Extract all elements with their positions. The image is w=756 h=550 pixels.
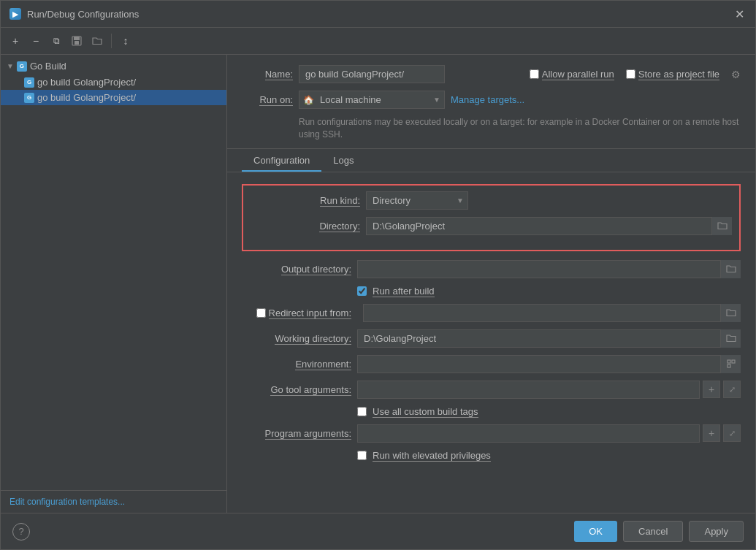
redirect-input-label[interactable]: Redirect input from:	[269, 308, 351, 318]
program-args-expand-button[interactable]: ⤢	[723, 424, 741, 442]
custom-build-tags-row: Use all custom build tags	[242, 406, 741, 417]
main-panel: Name: Allow parallel run Store as projec…	[227, 55, 755, 513]
redirect-input-field[interactable]	[363, 304, 741, 322]
run-kind-select-wrapper: File Package Directory ▼	[366, 191, 468, 210]
custom-build-tags-label[interactable]: Use all custom build tags	[373, 406, 478, 417]
home-icon: 🏠	[303, 95, 314, 105]
ok-button[interactable]: OK	[574, 521, 617, 542]
custom-build-tags-checkbox[interactable]	[357, 407, 367, 416]
sidebar-item-label-2: go build GolangProject/	[37, 92, 136, 103]
go-tool-args-row: Go tool arguments: + ⤢	[242, 381, 741, 399]
config-body: Run kind: File Package Directory ▼	[227, 172, 755, 513]
apply-button[interactable]: Apply	[689, 521, 744, 542]
dialog-footer: ? OK Cancel Apply	[1, 513, 755, 549]
chevron-down-icon: ▼	[7, 62, 14, 70]
manage-targets-link[interactable]: Manage targets...	[451, 94, 524, 105]
footer-right: OK Cancel Apply	[574, 521, 744, 542]
run-after-build-checkbox[interactable]	[357, 286, 367, 296]
output-dir-browse-button[interactable]	[720, 260, 741, 278]
working-dir-browse-button[interactable]	[720, 329, 741, 348]
svg-rect-5	[728, 364, 730, 367]
tabs-area: Configuration Logs	[227, 149, 755, 172]
run-on-select-wrapper: 🏠 Local machine ▼	[299, 91, 445, 109]
program-args-input[interactable]	[357, 424, 700, 443]
help-button[interactable]: ?	[12, 523, 30, 541]
sidebar-item-1[interactable]: G go build GolangProject/	[1, 75, 226, 90]
run-elevated-checkbox[interactable]	[357, 451, 367, 460]
allow-parallel-checkbox-label[interactable]: Allow parallel run	[530, 69, 614, 80]
go-tool-args-input-wrapper: + ⤢	[357, 381, 741, 399]
copy-config-button[interactable]: ⧉	[47, 32, 65, 50]
directory-browse-button[interactable]	[711, 217, 732, 235]
title-bar: ▶ Run/Debug Configurations ✕	[1, 1, 755, 28]
svg-rect-4	[732, 360, 735, 363]
save-config-button[interactable]	[68, 32, 85, 50]
output-dir-input[interactable]	[357, 260, 741, 278]
store-as-project-checkbox-label[interactable]: Store as project file	[626, 69, 719, 80]
sidebar-tree: ▼ G Go Build G go build GolangProject/ G…	[1, 55, 226, 490]
directory-row: Directory:	[251, 217, 732, 235]
go-tool-args-expand-button[interactable]: ⤢	[723, 381, 741, 398]
redirect-input-wrapper	[363, 304, 741, 322]
run-kind-label: Run kind:	[251, 195, 360, 206]
run-on-label: Run on:	[242, 94, 293, 105]
run-on-description: Run configurations may be executed local…	[242, 116, 741, 141]
environment-input[interactable]	[357, 355, 741, 373]
svg-rect-3	[728, 360, 730, 363]
sidebar-group-label: Go Build	[30, 61, 66, 72]
store-as-project-checkbox[interactable]	[626, 69, 635, 79]
go-build-child-icon-2: G	[24, 93, 34, 103]
dialog-icon: ▶	[9, 8, 21, 20]
tabs: Configuration Logs	[242, 149, 741, 172]
go-tool-args-input[interactable]	[357, 381, 700, 399]
name-label: Name:	[242, 69, 293, 80]
close-button[interactable]: ✕	[732, 7, 747, 21]
redirect-input-browse-button[interactable]	[720, 304, 741, 322]
allow-parallel-checkbox[interactable]	[530, 69, 539, 79]
form-header: Name: Allow parallel run Store as projec…	[227, 55, 755, 149]
redirect-input-row: Redirect input from:	[242, 304, 741, 322]
run-kind-row: Run kind: File Package Directory ▼	[251, 191, 732, 210]
output-dir-label: Output directory:	[242, 264, 351, 275]
output-dir-row: Output directory:	[242, 260, 741, 278]
sidebar-item-label-1: go build GolangProject/	[37, 77, 136, 88]
environment-edit-button[interactable]	[720, 355, 741, 373]
sidebar-group-go-build[interactable]: ▼ G Go Build	[1, 58, 226, 75]
working-dir-input-wrapper	[357, 329, 741, 348]
tab-logs[interactable]: Logs	[321, 149, 365, 172]
run-elevated-row: Run with elevated privileges	[242, 450, 741, 461]
program-args-add-button[interactable]: +	[703, 424, 720, 442]
run-elevated-label[interactable]: Run with elevated privileges	[373, 450, 491, 461]
toolbar-separator	[111, 34, 112, 48]
run-on-select[interactable]: Local machine	[299, 91, 445, 109]
working-dir-input[interactable]	[357, 329, 741, 348]
sort-button[interactable]: ↕	[117, 32, 134, 50]
go-build-child-icon-1: G	[24, 77, 34, 88]
edit-templates-link[interactable]: Edit configuration templates...	[1, 490, 226, 513]
run-debug-dialog: ▶ Run/Debug Configurations ✕ + − ⧉ ↕ ▼ G…	[0, 0, 756, 550]
run-on-row: Run on: 🏠 Local machine ▼ Manage targets…	[242, 91, 741, 109]
name-input[interactable]	[299, 65, 445, 83]
add-config-button[interactable]: +	[7, 32, 24, 50]
run-after-build-label[interactable]: Run after build	[373, 286, 435, 297]
svg-rect-1	[74, 37, 80, 40]
remove-config-button[interactable]: −	[27, 32, 45, 50]
program-args-input-wrapper: + ⤢	[357, 424, 741, 443]
program-args-row: Program arguments: + ⤢	[242, 424, 741, 443]
sidebar-item-2[interactable]: G go build GolangProject/	[1, 90, 226, 105]
open-folder-button[interactable]	[88, 32, 106, 50]
run-after-build-row: Run after build	[242, 286, 741, 297]
working-dir-label: Working directory:	[242, 333, 351, 344]
tab-configuration[interactable]: Configuration	[242, 149, 321, 172]
highlighted-section: Run kind: File Package Directory ▼	[242, 184, 741, 251]
store-as-project-settings-icon[interactable]: ⚙	[731, 69, 741, 80]
working-dir-row: Working directory:	[242, 329, 741, 348]
go-tool-args-add-button[interactable]: +	[703, 381, 720, 398]
directory-input[interactable]	[366, 217, 732, 235]
footer-left: ?	[12, 523, 30, 541]
redirect-input-checkbox[interactable]	[256, 308, 266, 318]
go-build-icon: G	[17, 61, 27, 72]
run-kind-select[interactable]: File Package Directory	[366, 191, 468, 210]
go-tool-args-label: Go tool arguments:	[242, 384, 351, 395]
cancel-button[interactable]: Cancel	[623, 521, 683, 542]
